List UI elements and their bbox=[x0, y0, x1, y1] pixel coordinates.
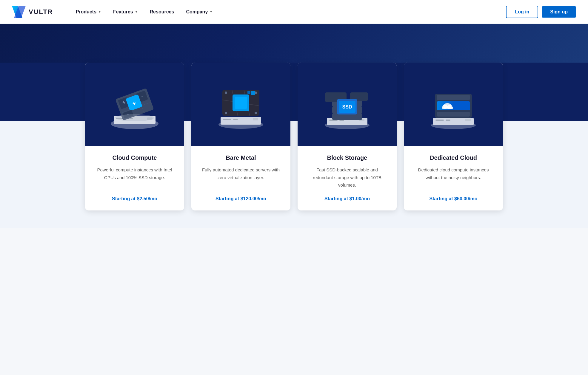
svg-point-20 bbox=[115, 114, 154, 121]
cloud-compute-title: Cloud Compute bbox=[93, 154, 176, 161]
bare-metal-image bbox=[191, 63, 290, 146]
dedicated-cloud-body: Dedicated Cloud Dedicated cloud compute … bbox=[404, 146, 503, 189]
nav-products[interactable]: Products ▼ bbox=[71, 7, 106, 17]
cloud-compute-body: Cloud Compute Powerful compute instances… bbox=[85, 146, 184, 189]
features-chevron-icon: ▼ bbox=[135, 10, 138, 13]
block-storage-body: Block Storage Fast SSD-backed scalable a… bbox=[298, 146, 397, 189]
vultr-logo-icon bbox=[12, 6, 26, 18]
dedicated-cloud-desc: Dedicated cloud compute instances withou… bbox=[412, 166, 495, 189]
navbar: VULTR Products ▼ Features ▼ Resources Co… bbox=[0, 0, 588, 24]
hero-banner bbox=[0, 24, 588, 63]
product-card-bare-metal: Bare Metal Fully automated dedicated ser… bbox=[191, 63, 290, 210]
product-card-dedicated-cloud: Dedicated Cloud Dedicated cloud compute … bbox=[404, 63, 503, 210]
nav-actions: Log in Sign up bbox=[506, 6, 576, 18]
logo-link[interactable]: VULTR bbox=[12, 6, 53, 18]
svg-rect-55 bbox=[465, 119, 471, 121]
svg-rect-58 bbox=[437, 101, 470, 110]
bare-metal-title: Bare Metal bbox=[200, 154, 282, 161]
svg-point-32 bbox=[225, 112, 227, 114]
block-storage-price[interactable]: Starting at $1.00/mo bbox=[298, 196, 397, 202]
svg-text:SSD: SSD bbox=[342, 104, 352, 109]
block-storage-illustration: SSD bbox=[314, 72, 380, 137]
nav-resources[interactable]: Resources bbox=[145, 7, 179, 17]
svg-point-30 bbox=[225, 92, 227, 94]
cloud-compute-illustration: + - + ÷ bbox=[102, 72, 167, 137]
svg-rect-36 bbox=[251, 91, 255, 95]
svg-rect-35 bbox=[235, 97, 247, 109]
nav-features[interactable]: Features ▼ bbox=[108, 7, 143, 17]
signup-button[interactable]: Sign up bbox=[542, 6, 576, 18]
svg-rect-22 bbox=[221, 117, 261, 125]
bare-metal-body: Bare Metal Fully automated dedicated ser… bbox=[191, 146, 290, 189]
logo-text: VULTR bbox=[29, 8, 53, 16]
svg-rect-62 bbox=[442, 107, 453, 109]
block-storage-desc: Fast SSD-backed scalable and redundant s… bbox=[306, 166, 388, 189]
svg-rect-23 bbox=[223, 119, 231, 120]
dedicated-cloud-illustration bbox=[421, 72, 486, 137]
svg-rect-63 bbox=[437, 95, 470, 100]
login-button[interactable]: Log in bbox=[506, 6, 538, 18]
product-card-block-storage: SSD Block Storage Fast SSD-backed scalab… bbox=[298, 63, 397, 210]
bare-metal-illustration bbox=[208, 72, 274, 137]
dedicated-cloud-title: Dedicated Cloud bbox=[412, 154, 495, 161]
product-card-cloud-compute: + - + ÷ Cloud Compute bbox=[85, 63, 184, 210]
products-grid: + - + ÷ Cloud Compute bbox=[85, 63, 503, 210]
bare-metal-price[interactable]: Starting at $120.00/mo bbox=[191, 196, 290, 202]
svg-point-33 bbox=[255, 112, 257, 114]
svg-rect-25 bbox=[253, 118, 258, 120]
nav-links: Products ▼ Features ▼ Resources Company … bbox=[71, 7, 506, 17]
bare-metal-desc: Fully automated dedicated servers with z… bbox=[200, 166, 282, 189]
block-storage-title: Block Storage bbox=[306, 154, 388, 161]
svg-rect-37 bbox=[247, 91, 250, 94]
cloud-compute-image: + - + ÷ bbox=[85, 63, 184, 146]
company-chevron-icon: ▼ bbox=[210, 10, 213, 13]
products-section: + - + ÷ Cloud Compute bbox=[0, 63, 588, 228]
nav-company[interactable]: Company ▼ bbox=[181, 7, 217, 17]
dedicated-cloud-image bbox=[404, 63, 503, 146]
svg-rect-53 bbox=[435, 120, 444, 121]
cloud-compute-desc: Powerful compute instances with Intel CP… bbox=[93, 166, 176, 189]
cloud-compute-price[interactable]: Starting at $2.50/mo bbox=[85, 196, 184, 202]
products-chevron-icon: ▼ bbox=[98, 10, 101, 13]
svg-rect-64 bbox=[437, 112, 470, 117]
svg-rect-24 bbox=[233, 119, 238, 120]
dedicated-cloud-price[interactable]: Starting at $60.00/mo bbox=[404, 196, 503, 202]
block-storage-image: SSD bbox=[298, 63, 397, 146]
svg-rect-54 bbox=[446, 120, 450, 121]
